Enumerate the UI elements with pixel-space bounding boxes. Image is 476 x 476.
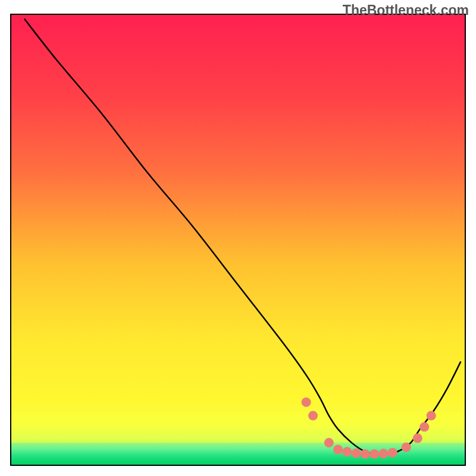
data-point (342, 447, 352, 456)
data-point (402, 443, 411, 452)
data-point (378, 449, 388, 458)
data-point (361, 449, 370, 459)
chart-svg (0, 0, 476, 476)
data-point (324, 438, 334, 447)
data-point (369, 449, 379, 459)
data-point (413, 434, 422, 443)
data-point (308, 411, 318, 421)
data-point (302, 397, 311, 407)
data-point (333, 444, 343, 454)
data-point (419, 422, 429, 432)
chart-container: TheBottleneck.com (0, 0, 476, 476)
data-point (352, 449, 361, 458)
watermark-text: TheBottleneck.com (343, 2, 469, 18)
data-point (427, 411, 436, 421)
svg-rect-1 (11, 411, 465, 443)
svg-rect-0 (11, 14, 465, 465)
data-point (388, 448, 397, 458)
